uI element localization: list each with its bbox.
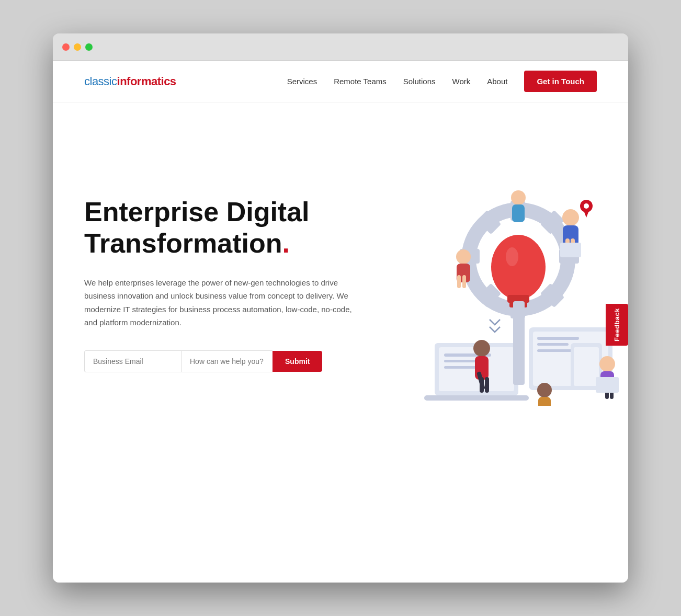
svg-point-51: [537, 383, 552, 397]
feedback-tab[interactable]: Feedback: [606, 304, 628, 346]
hero-left: Enterprise Digital Transformation. We he…: [84, 165, 366, 372]
logo-classic: classic: [84, 75, 117, 88]
nav-link-solutions[interactable]: Solutions: [403, 77, 436, 86]
svg-rect-31: [560, 243, 581, 257]
browser-titlebar: [53, 33, 628, 61]
svg-rect-34: [462, 275, 466, 288]
svg-point-36: [473, 340, 490, 357]
site-logo[interactable]: classicinformatics: [84, 75, 176, 88]
nav-link-services[interactable]: Services: [287, 77, 317, 86]
hero-section: Enterprise Digital Transformation. We he…: [53, 102, 628, 469]
feedback-label[interactable]: Feedback: [606, 304, 628, 346]
traffic-light-yellow[interactable]: [74, 43, 81, 51]
svg-rect-35: [457, 275, 461, 288]
nav-links: Services Remote Teams Solutions Work Abo…: [287, 71, 597, 92]
svg-point-41: [599, 356, 615, 372]
hero-illustration: [366, 165, 597, 427]
browser-window: classicinformatics Services Remote Teams…: [53, 33, 628, 583]
get-in-touch-button[interactable]: Get in Touch: [524, 71, 597, 92]
svg-rect-17: [537, 349, 574, 352]
svg-point-50: [584, 203, 589, 209]
nav-link-remote-teams[interactable]: Remote Teams: [334, 77, 387, 86]
svg-rect-19: [574, 347, 599, 386]
hero-description: We help enterprises leverage the power o…: [84, 276, 366, 329]
hero-form: Submit: [84, 350, 340, 372]
nav-link-about[interactable]: About: [487, 77, 507, 86]
svg-rect-39: [485, 377, 489, 393]
svg-point-27: [562, 209, 579, 226]
traffic-light-green[interactable]: [85, 43, 93, 51]
email-input[interactable]: [84, 350, 181, 372]
svg-point-46: [511, 190, 526, 205]
hero-title: Enterprise Digital Transformation.: [84, 197, 366, 259]
svg-rect-16: [537, 343, 569, 346]
hero-title-line2: Transformation: [84, 228, 282, 258]
svg-point-9: [491, 235, 546, 300]
svg-rect-22: [424, 395, 529, 401]
hero-title-dot: .: [282, 228, 290, 258]
svg-rect-52: [538, 397, 551, 406]
svg-point-12: [506, 247, 518, 266]
traffic-light-red[interactable]: [62, 43, 70, 51]
svg-rect-26: [513, 301, 525, 385]
svg-rect-45: [596, 377, 619, 393]
browser-content: classicinformatics Services Remote Teams…: [53, 61, 628, 583]
svg-rect-47: [512, 204, 525, 222]
svg-point-32: [456, 249, 471, 264]
svg-rect-15: [537, 337, 579, 340]
submit-button[interactable]: Submit: [273, 351, 322, 372]
traffic-lights: [62, 43, 93, 51]
nav-link-work[interactable]: Work: [452, 77, 471, 86]
hero-title-line1: Enterprise Digital: [84, 197, 310, 227]
svg-marker-49: [583, 208, 590, 218]
message-input[interactable]: [181, 350, 273, 372]
logo-informatics: informatics: [117, 75, 176, 88]
navbar: classicinformatics Services Remote Teams…: [53, 61, 628, 102]
